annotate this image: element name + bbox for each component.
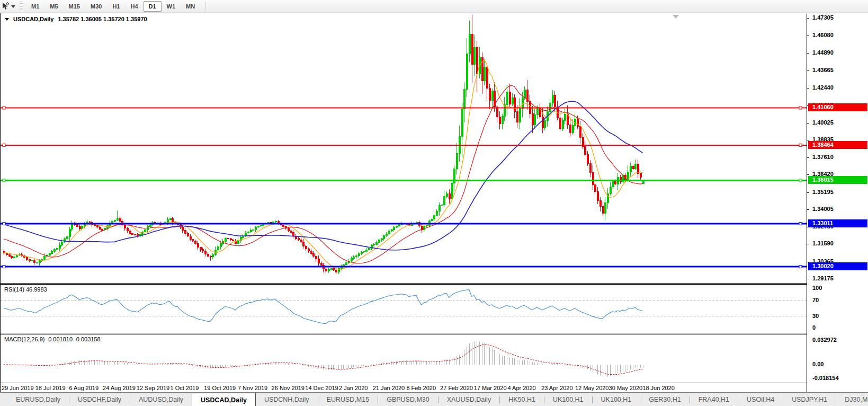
price-tick-label: 1.46080 [812, 32, 834, 38]
hline-anchor[interactable] [3, 266, 5, 268]
price-tick-label: 1.31590 [812, 240, 834, 246]
price-tick-label: 1.35195 [812, 189, 834, 195]
pointer-arrow-icon [2, 2, 9, 11]
date-axis: 29 Jun 201918 Jul 20196 Aug 201924 Aug 2… [1, 383, 807, 393]
axis-tick [807, 140, 809, 140]
hline-anchor[interactable] [3, 179, 5, 182]
chart-tab-hk50-h1[interactable]: HK50,H1 [500, 393, 544, 406]
timeframe-button-d1[interactable]: D1 [144, 1, 162, 12]
price-tick-label: 1.34005 [812, 206, 834, 212]
hline-anchor[interactable] [799, 179, 802, 182]
chart-tab-usoil-h4[interactable]: USOil,H4 [738, 393, 783, 406]
timeframe-button-m1[interactable]: M1 [26, 1, 44, 12]
level-price-box: 1.30020 [808, 262, 867, 270]
axis-tick [807, 70, 809, 71]
date-label: 18 Jul 2019 [35, 385, 66, 391]
chart-tab-dj30-m15[interactable]: DJ30,M15 [836, 393, 868, 406]
axis-tick [807, 88, 809, 89]
rsi-line [4, 290, 643, 324]
pointer-tool-icon[interactable] [1, 2, 10, 11]
chart-title: USDCAD,Daily 1.35782 1.36005 1.35720 1.3… [5, 16, 147, 22]
price-axis: 1.473051.460801.448901.436651.424401.412… [807, 14, 868, 393]
axis-tick [807, 123, 809, 123]
date-label: 24 Aug 2019 [103, 385, 136, 391]
axis-tick [807, 192, 809, 193]
chart-window: USDCAD,Daily 1.35782 1.36005 1.35720 1.3… [0, 13, 868, 392]
level-price-box: 1.38464 [808, 141, 867, 149]
rsi-axis-label: 100 [812, 285, 822, 291]
axis-tick [807, 53, 809, 54]
chart-tab-usdchf-daily[interactable]: USDCHF,Daily [69, 393, 130, 406]
macd-pane[interactable]: MACD(12,26,9) -0.001810 -0.003158 [1, 334, 807, 383]
timeframe-button-m15[interactable]: M15 [64, 1, 85, 12]
axis-tick [807, 209, 809, 210]
macd-axis-label: 0.00 [812, 361, 824, 367]
date-label: 7 Nov 2019 [238, 385, 267, 391]
hline-anchor[interactable] [799, 266, 802, 268]
chart-tab-xauusd-daily[interactable]: XAUUSD,Daily [439, 393, 499, 406]
chart-tab-eurusd-daily[interactable]: EURUSD,Daily [7, 393, 69, 406]
macd-canvas [1, 334, 807, 383]
axis-tick [807, 244, 809, 244]
axis-tick [807, 18, 809, 19]
date-label: 27 Feb 2020 [440, 385, 473, 391]
rsi-axis-label: 30 [812, 313, 819, 319]
chart-tab-uk100-h1[interactable]: UK100,H1 [593, 393, 640, 406]
price-chart-pane[interactable]: USDCAD,Daily 1.35782 1.36005 1.35720 1.3… [1, 14, 807, 283]
toolbar-separator [205, 2, 206, 11]
chart-tab-fra40-h1[interactable]: FRA40,H1 [690, 393, 738, 406]
hline-anchor[interactable] [799, 107, 802, 109]
macd-signal-line [4, 345, 643, 374]
date-label: 30 May 2020 [609, 385, 643, 391]
chart-tab-usdcnh-daily[interactable]: USDCNH,Daily [256, 393, 318, 406]
date-label: 26 Nov 2019 [272, 385, 305, 391]
axis-tick [807, 279, 809, 279]
chart-tab-ger30-h1[interactable]: GER30,H1 [640, 393, 689, 406]
collapse-triangle-icon[interactable] [5, 18, 9, 21]
price-tick-label: 1.47305 [812, 14, 834, 21]
chart-tab-eurusd-m15[interactable]: EURUSD,M15 [318, 393, 378, 406]
hline-anchor[interactable] [3, 222, 5, 225]
hline-anchor[interactable] [3, 107, 5, 109]
date-label: 18 Jun 2020 [642, 385, 675, 391]
chart-tab-usdjpy-h1[interactable]: USDJPY,H1 [783, 393, 836, 406]
chart-shift-marker-icon[interactable] [673, 15, 679, 19]
hline-anchor[interactable] [799, 144, 802, 146]
macd-histogram [4, 341, 643, 377]
timeframe-button-h1[interactable]: H1 [107, 1, 125, 12]
candlestick-canvas [1, 14, 807, 283]
price-tick-label: 1.37610 [812, 154, 834, 160]
mt4-terminal: M1M5M15M30H1H4D1W1MN USDCAD,Daily 1.3578… [0, 0, 868, 406]
timeframe-button-m5[interactable]: M5 [44, 1, 63, 12]
rsi-canvas [1, 285, 807, 333]
chart-tab-uk100-h1[interactable]: UK100,H1 [544, 393, 592, 406]
timeframe-button-m30[interactable]: M30 [85, 1, 107, 12]
macd-axis-label: -0.018154 [812, 375, 839, 381]
price-tick-label: 1.43665 [812, 67, 834, 73]
chart-tab-audusd-daily[interactable]: AUDUSD,Daily [130, 393, 192, 406]
chart-symbol-label: USDCAD,Daily [13, 16, 53, 22]
rsi-label: RSI(14) 46.9983 [4, 286, 47, 293]
chart-tabs: EURUSD,DailyUSDCHF,DailyAUDUSD,DailyUSDC… [0, 393, 868, 406]
date-label: 14 Dec 2019 [305, 385, 338, 391]
timeframe-button-mn[interactable]: MN [181, 1, 200, 12]
price-tick-label: 1.29175 [812, 275, 834, 281]
hline-anchor[interactable] [799, 222, 802, 225]
axis-tick [807, 157, 809, 158]
chart-tab-gbpusd-m30[interactable]: GBPUSD,M30 [378, 393, 438, 406]
date-label: 12 May 2020 [575, 385, 609, 391]
chart-tab-bar: EURUSD,DailyUSDCHF,DailyAUDUSD,DailyUSDC… [0, 392, 868, 406]
pointer-tool-dropdown-icon[interactable] [11, 5, 15, 8]
chart-tab-usdcad-daily[interactable]: USDCAD,Daily [192, 393, 256, 406]
rsi-axis-label: 0 [812, 324, 816, 331]
toolbar-grip[interactable] [20, 2, 23, 11]
hline-anchor[interactable] [3, 144, 5, 146]
date-label: 21 Jan 2020 [373, 385, 405, 391]
timeframe-button-h4[interactable]: H4 [125, 1, 143, 12]
date-label: 19 Oct 2019 [204, 385, 236, 391]
date-label: 1 Oct 2019 [171, 385, 199, 391]
timeframe-button-w1[interactable]: W1 [162, 1, 181, 12]
date-label: 23 Apr 2020 [541, 385, 572, 391]
axis-tick [807, 36, 809, 36]
rsi-pane[interactable]: RSI(14) 46.9983 [1, 285, 807, 333]
